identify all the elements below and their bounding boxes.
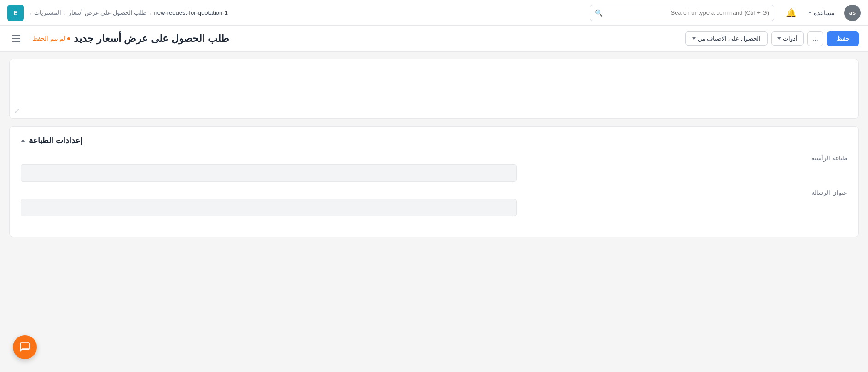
toolbar: حفظ ... أدوات الحصول على الأصناف من طلب … <box>0 26 868 52</box>
get-items-chevron-icon <box>692 37 696 40</box>
main-content: ⤢ إعدادات الطباعة طباعة الرأسية عنوان ال… <box>0 52 868 252</box>
section-header: إعدادات الطباعة <box>21 136 847 145</box>
print-header-field-row: طباعة الرأسية <box>21 155 847 182</box>
get-items-button[interactable]: الحصول على الأصناف من <box>685 31 768 46</box>
chat-icon <box>19 341 31 353</box>
message-title-field-row: عنوان الرسالة <box>21 189 847 216</box>
textarea-card: ⤢ <box>9 59 859 119</box>
notifications-button[interactable]: 🔔 <box>783 5 799 21</box>
hamburger-line-1 <box>12 35 20 36</box>
message-title-label: عنوان الرسالة <box>21 189 847 196</box>
more-button[interactable]: ... <box>807 31 823 46</box>
breadcrumb: new-request-for-quotation-1 ، طلب الحصول… <box>29 9 228 16</box>
search-bar: 🔍 <box>590 5 774 21</box>
tools-chevron-icon <box>777 37 781 40</box>
chevron-down-icon <box>808 12 812 14</box>
avatar-button[interactable]: as <box>844 5 861 21</box>
unsaved-label: لم يتم الحفظ <box>32 35 65 42</box>
section-title: إعدادات الطباعة <box>29 136 82 145</box>
collapse-icon[interactable] <box>21 140 25 142</box>
hamburger-line-3 <box>12 41 20 42</box>
print-settings-card: إعدادات الطباعة طباعة الرأسية عنوان الرس… <box>9 126 859 237</box>
unsaved-dot <box>67 37 70 40</box>
tools-label: أدوات <box>783 35 798 42</box>
top-navigation: as مساعدة 🔔 🔍 new-request-for-quotation-… <box>0 0 868 26</box>
print-header-input[interactable] <box>21 164 517 182</box>
notes-textarea[interactable] <box>10 59 858 115</box>
save-button[interactable]: حفظ <box>827 31 859 46</box>
get-items-label: الحصول على الأصناف من <box>698 35 761 42</box>
breadcrumb-current: new-request-for-quotation-1 <box>154 9 227 16</box>
bell-icon: 🔔 <box>786 8 796 18</box>
breadcrumb-sep-0: ، <box>29 9 31 16</box>
chat-bubble-button[interactable] <box>13 335 37 359</box>
breadcrumb-sep-1: ، <box>64 9 66 16</box>
page-title: طلب الحصول على عرض أسعار جديد <box>74 33 229 45</box>
search-input[interactable] <box>606 9 769 16</box>
print-header-label: طباعة الرأسية <box>21 155 847 162</box>
unsaved-badge: لم يتم الحفظ <box>32 35 70 42</box>
e-button[interactable]: E <box>7 5 24 21</box>
search-icon: 🔍 <box>595 9 603 17</box>
tools-button[interactable]: أدوات <box>771 31 804 46</box>
resize-handle-icon: ⤢ <box>14 107 20 116</box>
breadcrumb-rfq[interactable]: طلب الحصول على عرض أسعار <box>69 9 146 16</box>
hamburger-button[interactable] <box>9 33 23 45</box>
help-label: مساعدة <box>814 9 835 17</box>
help-button[interactable]: مساعدة <box>804 7 839 18</box>
breadcrumb-purchases[interactable]: المشتريات <box>34 9 61 16</box>
hamburger-line-2 <box>12 38 20 39</box>
message-title-input[interactable] <box>21 199 517 216</box>
breadcrumb-sep-2: ، <box>149 9 151 16</box>
